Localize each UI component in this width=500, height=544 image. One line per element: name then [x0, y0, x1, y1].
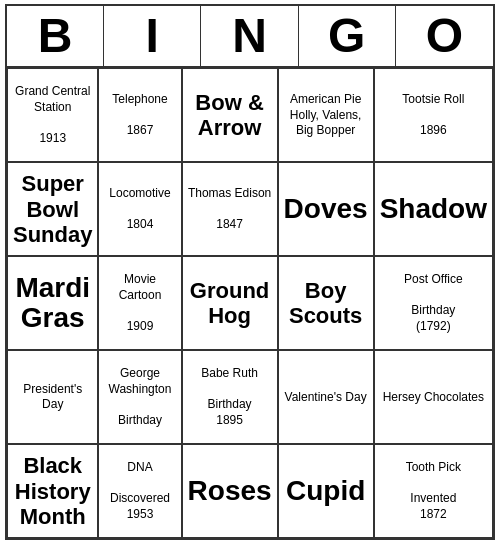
- bingo-letter-n: N: [201, 6, 298, 67]
- cell-r2-c1: Movie Cartoon1909: [98, 256, 181, 350]
- bingo-grid: Grand Central Station1913Telephone1867Bo…: [7, 68, 493, 538]
- cell-r4-c1: DNADiscovered1953: [98, 444, 181, 538]
- cell-r4-c2: Roses: [182, 444, 278, 538]
- bingo-letter-i: I: [104, 6, 201, 67]
- cell-r1-c1: Locomotive1804: [98, 162, 181, 256]
- bingo-letter-b: B: [7, 6, 104, 67]
- cell-r0-c0: Grand Central Station1913: [7, 68, 98, 162]
- cell-r1-c3: Doves: [278, 162, 374, 256]
- cell-r4-c0: Black History Month: [7, 444, 98, 538]
- cell-r0-c2: Bow & Arrow: [182, 68, 278, 162]
- cell-r0-c3: American Pie Holly, Valens, Big Bopper: [278, 68, 374, 162]
- cell-r2-c0: Mardi Gras: [7, 256, 98, 350]
- cell-r2-c3: Boy Scouts: [278, 256, 374, 350]
- cell-r0-c4: Tootsie Roll1896: [374, 68, 493, 162]
- cell-r1-c4: Shadow: [374, 162, 493, 256]
- cell-r3-c0: President's Day: [7, 350, 98, 444]
- bingo-header: BINGO: [7, 6, 493, 69]
- bingo-card: BINGO Grand Central Station1913Telephone…: [5, 4, 495, 541]
- bingo-letter-o: O: [396, 6, 493, 67]
- cell-r1-c0: Super Bowl Sunday: [7, 162, 98, 256]
- cell-r3-c2: Babe RuthBirthday1895: [182, 350, 278, 444]
- cell-r0-c1: Telephone1867: [98, 68, 181, 162]
- cell-r1-c2: Thomas Edison1847: [182, 162, 278, 256]
- cell-r3-c1: George WashingtonBirthday: [98, 350, 181, 444]
- cell-r2-c4: Post OfficeBirthday(1792): [374, 256, 493, 350]
- bingo-letter-g: G: [299, 6, 396, 67]
- cell-r4-c3: Cupid: [278, 444, 374, 538]
- cell-r3-c3: Valentine's Day: [278, 350, 374, 444]
- cell-r3-c4: Hersey Chocolates: [374, 350, 493, 444]
- cell-r2-c2: Ground Hog: [182, 256, 278, 350]
- cell-r4-c4: Tooth PickInvented1872: [374, 444, 493, 538]
